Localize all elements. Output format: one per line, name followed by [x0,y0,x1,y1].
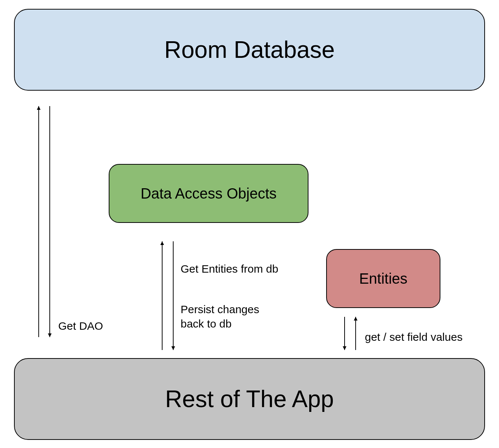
room-database-box: Room Database [14,9,485,91]
rest-of-app-box: Rest of The App [14,358,485,440]
entities-box: Entities [326,249,440,308]
get-set-fields-label: get / set field values [365,330,463,344]
entities-label: Entities [359,270,407,287]
dao-box: Data Access Objects [109,164,308,223]
get-dao-label: Get DAO [58,319,103,333]
get-entities-label: Get Entities from db [181,262,278,276]
room-database-label: Room Database [164,36,335,63]
rest-of-app-label: Rest of The App [165,385,334,413]
persist-changes-label: Persist changes back to db [181,302,259,331]
diagram-canvas: Room Database Data Access Objects Entiti… [0,0,499,448]
dao-label: Data Access Objects [140,185,276,202]
